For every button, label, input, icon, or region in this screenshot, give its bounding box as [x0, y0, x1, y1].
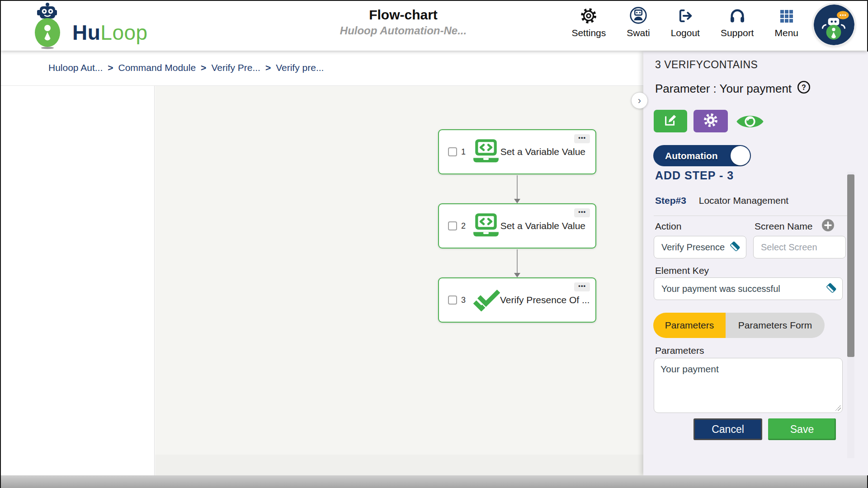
- user-button[interactable]: Swati: [627, 6, 650, 38]
- flow-connector: [517, 175, 518, 200]
- gear-icon: [703, 113, 718, 130]
- logout-label: Logout: [671, 28, 700, 38]
- step-value: Locator Management: [699, 195, 788, 206]
- page-title: Flow-chart: [313, 7, 494, 23]
- window-bottom-bar: [1, 475, 867, 488]
- logout-icon: [677, 6, 694, 24]
- breadcrumb-item-1[interactable]: Huloop Aut...: [48, 62, 103, 73]
- element-key-label: Element Key: [655, 265, 709, 276]
- menu-button[interactable]: Menu: [774, 6, 798, 38]
- add-step-heading: ADD STEP - 3: [655, 169, 734, 182]
- robot-user-icon: [629, 6, 647, 24]
- chevron-right-icon: ›: [638, 95, 641, 107]
- tab-parameters-form-label: Parameters Form: [738, 320, 812, 331]
- flow-node-2[interactable]: 2 Set a Variable Value •••: [438, 203, 596, 249]
- automation-toggle-label: Automation: [653, 150, 718, 161]
- node-2-menu-button[interactable]: •••: [574, 208, 590, 217]
- settings-button[interactable]: Settings: [571, 6, 606, 38]
- action-label: Action: [655, 221, 681, 232]
- panel-divider: [654, 216, 853, 216]
- support-button[interactable]: Support: [721, 6, 754, 38]
- element-key-input[interactable]: [660, 283, 823, 295]
- step-number-label: Step#3: [655, 195, 686, 206]
- tab-parameters[interactable]: Parameters: [653, 313, 726, 338]
- node-3-checkbox[interactable]: [448, 296, 457, 305]
- parameters-field: Your payment: [654, 358, 843, 413]
- breadcrumb-separator: >: [201, 62, 206, 73]
- node-1-menu-button[interactable]: •••: [574, 134, 590, 143]
- breadcrumb-item-3[interactable]: Verify Pre...: [211, 62, 260, 73]
- screen-name-input[interactable]: [760, 242, 841, 253]
- parameters-textarea[interactable]: Your payment: [654, 358, 843, 413]
- node-3-label: Verify Presence Of ...: [500, 295, 590, 305]
- parameter-line: Parameter : Your payment ?: [655, 80, 811, 97]
- panel-scrollbar-thumb[interactable]: [847, 174, 854, 357]
- node-2-label: Set a Variable Value: [500, 221, 585, 231]
- automation-toggle[interactable]: Automation: [653, 145, 751, 166]
- huloop-logo[interactable]: HuLoop: [26, 2, 148, 52]
- step-settings-button[interactable]: [693, 110, 728, 132]
- page-title-block: Flow-chart Huloop Automation-Ne...: [313, 7, 494, 37]
- node-3-number: 3: [461, 296, 466, 305]
- breadcrumb-bar: Huloop Aut... > Command Module > Verify …: [1, 51, 643, 86]
- page-subtitle: Huloop Automation-Ne...: [313, 24, 494, 37]
- breadcrumb-separator: >: [108, 62, 113, 73]
- app-header: HuLoop Flow-chart Huloop Automation-Ne..…: [1, 1, 867, 51]
- support-label: Support: [721, 28, 754, 38]
- node-2-number: 2: [461, 221, 466, 231]
- parameters-tabs: Parameters Parameters Form: [653, 313, 825, 338]
- tab-parameters-form[interactable]: Parameters Form: [726, 313, 825, 338]
- node-1-label: Set a Variable Value: [500, 146, 585, 157]
- header-nav: Settings Swati: [571, 6, 798, 38]
- arrow-down-icon: [514, 273, 520, 277]
- screen-name-field: [753, 236, 846, 258]
- node-3-menu-button[interactable]: •••: [574, 282, 590, 291]
- node-1-number: 1: [461, 147, 466, 157]
- edit-step-button[interactable]: [654, 110, 687, 132]
- breadcrumb-item-4[interactable]: Verify pre...: [276, 62, 324, 73]
- huloop-robot-avatar[interactable]: [814, 5, 854, 45]
- double-check-icon: [472, 287, 500, 313]
- element-key-field: [654, 277, 843, 300]
- settings-label: Settings: [571, 28, 606, 38]
- flow-connector: [517, 249, 518, 274]
- logout-button[interactable]: Logout: [671, 6, 700, 38]
- user-label: Swati: [627, 28, 650, 38]
- panel-collapse-button[interactable]: ›: [631, 92, 648, 109]
- eraser-icon[interactable]: [825, 282, 838, 296]
- huloop-logo-icon: [26, 2, 68, 52]
- help-icon[interactable]: ?: [797, 80, 811, 97]
- headset-icon: [728, 6, 746, 24]
- cancel-label: Cancel: [712, 423, 744, 436]
- huloop-logo-text: HuLoop: [72, 20, 148, 45]
- node-2-checkbox[interactable]: [448, 221, 457, 230]
- app-window: HuLoop Flow-chart Huloop Automation-Ne..…: [0, 0, 868, 488]
- svg-text:?: ?: [802, 84, 806, 91]
- screen-name-label: Screen Name: [755, 221, 812, 232]
- preview-eye-button[interactable]: [736, 112, 765, 131]
- automation-toggle-knob: [731, 146, 750, 165]
- tab-parameters-label: Parameters: [665, 320, 714, 331]
- plus-circle-icon: [821, 225, 835, 233]
- resize-handle-icon[interactable]: [835, 405, 841, 411]
- flow-node-3[interactable]: 3 Verify Presence Of ... •••: [438, 277, 596, 323]
- breadcrumb: Huloop Aut... > Command Module > Verify …: [48, 62, 324, 73]
- breadcrumb-item-2[interactable]: Command Module: [118, 62, 196, 73]
- gear-icon: [580, 6, 597, 24]
- add-screen-button[interactable]: [821, 219, 835, 234]
- action-input[interactable]: [660, 242, 727, 253]
- menu-label: Menu: [774, 28, 798, 38]
- panel-scrollbar[interactable]: [847, 172, 854, 458]
- cancel-button[interactable]: Cancel: [693, 418, 762, 440]
- parameter-line-text: Parameter : Your payment: [655, 82, 792, 96]
- variable-laptop-icon: [472, 139, 500, 165]
- save-step-button[interactable]: Save: [768, 418, 836, 440]
- eraser-icon[interactable]: [729, 240, 741, 254]
- edit-pencil-icon: [663, 113, 678, 129]
- node-1-checkbox[interactable]: [448, 147, 457, 156]
- action-field: [654, 236, 746, 258]
- breadcrumb-separator: >: [265, 62, 271, 73]
- flow-node-1[interactable]: 1 Set a Variable Value •••: [438, 129, 596, 174]
- save-label: Save: [790, 423, 814, 436]
- grid-menu-icon: [778, 6, 795, 24]
